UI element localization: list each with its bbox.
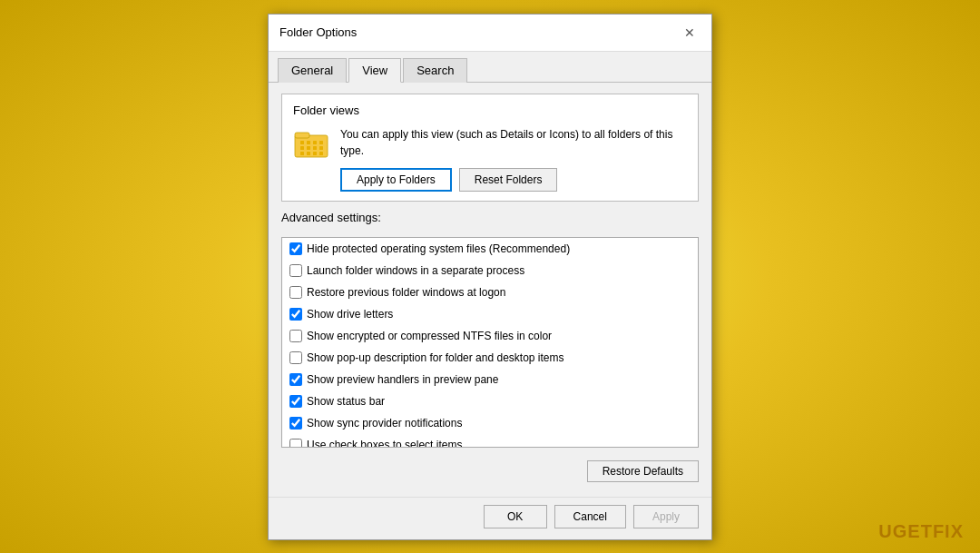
tabs-bar: General View Search xyxy=(269,52,711,83)
svg-rect-9 xyxy=(319,146,323,150)
item-text: Show status bar xyxy=(307,393,385,410)
ok-button[interactable]: OK xyxy=(484,505,547,528)
checkbox-restore-previous[interactable] xyxy=(289,286,302,299)
tab-general[interactable]: General xyxy=(278,58,347,83)
svg-rect-6 xyxy=(300,146,304,150)
dialog-footer: OK Cancel Apply xyxy=(269,497,711,539)
list-item: Show encrypted or compressed NTFS files … xyxy=(282,325,698,347)
svg-rect-12 xyxy=(313,152,317,155)
folder-icon xyxy=(293,126,329,159)
close-button[interactable]: ✕ xyxy=(679,22,701,44)
list-item: Show preview handlers in preview pane xyxy=(282,369,698,390)
svg-rect-2 xyxy=(300,141,304,144)
list-item: Restore previous folder windows at logon xyxy=(282,281,698,303)
list-item: Launch folder windows in a separate proc… xyxy=(282,260,698,281)
item-text: Show pop-up description for folder and d… xyxy=(307,350,564,366)
watermark-logo: UGETFIX xyxy=(878,521,964,542)
checkbox-show-drive-letters[interactable] xyxy=(289,308,302,321)
item-text: Show sync provider notifications xyxy=(307,415,462,431)
svg-rect-13 xyxy=(319,152,323,155)
dialog-title: Folder Options xyxy=(279,25,357,39)
item-text: Show preview handlers in preview pane xyxy=(307,371,498,388)
folder-views-section: Folder views xyxy=(281,94,699,202)
item-text: Show encrypted or compressed NTFS files … xyxy=(307,328,552,344)
svg-rect-3 xyxy=(307,141,310,144)
tab-search[interactable]: Search xyxy=(403,58,467,83)
item-text: Hide protected operating system files (R… xyxy=(307,241,570,257)
checkbox-hide-os-files[interactable] xyxy=(289,242,302,255)
folder-views-buttons: Apply to Folders Reset Folders xyxy=(340,168,687,192)
cancel-button[interactable]: Cancel xyxy=(554,505,626,528)
restore-defaults-button[interactable]: Restore Defaults xyxy=(587,460,699,482)
svg-rect-7 xyxy=(307,146,310,150)
tab-view[interactable]: View xyxy=(348,58,401,83)
svg-rect-11 xyxy=(307,152,310,155)
svg-rect-10 xyxy=(300,152,304,155)
item-text: Restore previous folder windows at logon xyxy=(307,284,505,301)
svg-rect-8 xyxy=(313,146,317,150)
bottom-row: Restore Defaults xyxy=(281,457,699,486)
svg-rect-1 xyxy=(295,133,309,138)
list-item: Show drive letters xyxy=(282,303,698,325)
item-text: Use check boxes to select items xyxy=(307,437,462,448)
reset-folders-button[interactable]: Reset Folders xyxy=(459,168,558,192)
item-text: Launch folder windows in a separate proc… xyxy=(307,262,524,279)
checkbox-check-boxes[interactable] xyxy=(289,439,302,448)
svg-rect-5 xyxy=(319,141,323,144)
checkbox-show-status[interactable] xyxy=(289,395,302,408)
folder-views-right: You can apply this view (such as Details… xyxy=(340,126,687,192)
apply-to-folders-button[interactable]: Apply to Folders xyxy=(340,168,452,192)
title-bar: Folder Options ✕ xyxy=(269,15,711,52)
advanced-settings-label: Advanced settings: xyxy=(281,211,699,224)
folder-views-title: Folder views xyxy=(293,104,687,117)
advanced-settings-list[interactable]: Hide protected operating system files (R… xyxy=(281,237,699,448)
list-item: Hide protected operating system files (R… xyxy=(282,238,698,260)
list-item: Show status bar xyxy=(282,390,698,412)
checkbox-launch-separate[interactable] xyxy=(289,264,302,277)
folder-options-dialog: Folder Options ✕ General View Search Fol… xyxy=(268,14,712,540)
list-item: Show pop-up description for folder and d… xyxy=(282,347,698,369)
checkbox-show-popup[interactable] xyxy=(289,351,302,364)
folder-views-description: You can apply this view (such as Details… xyxy=(340,126,687,159)
checkbox-show-preview[interactable] xyxy=(289,373,302,386)
apply-button[interactable]: Apply xyxy=(633,505,699,528)
item-text: Show drive letters xyxy=(307,306,393,322)
folder-views-content: You can apply this view (such as Details… xyxy=(293,126,687,192)
list-item: Show sync provider notifications xyxy=(282,412,698,434)
list-item: Use check boxes to select items xyxy=(282,434,698,448)
checkbox-sync-notifications[interactable] xyxy=(289,417,302,430)
svg-rect-4 xyxy=(313,141,317,144)
checkbox-show-encrypted[interactable] xyxy=(289,330,302,342)
dialog-body: Folder views xyxy=(269,83,711,497)
